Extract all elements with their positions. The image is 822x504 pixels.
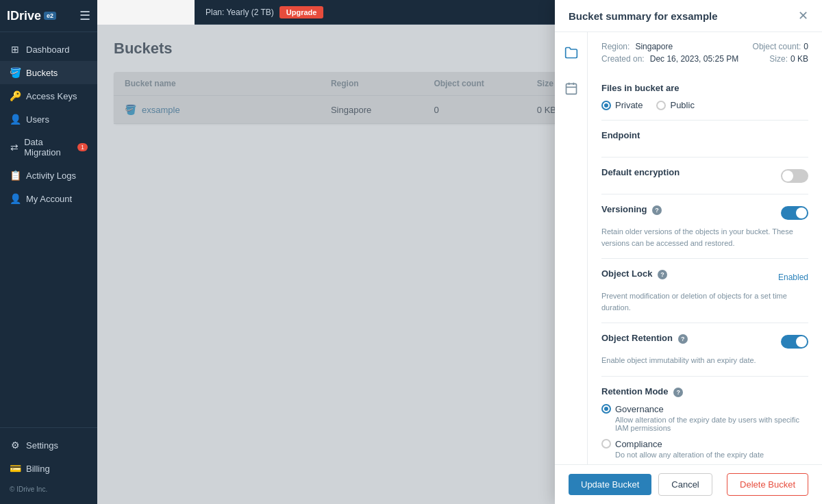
radio-public-label: Public (670, 100, 694, 110)
sidebar-item-settings[interactable]: ⚙ Settings (0, 433, 97, 457)
main-wrapper: Plan: Yearly (2 TB) Upgrade Buckets + Cr… (97, 0, 822, 504)
radio-private[interactable]: Private (601, 100, 643, 110)
dashboard-icon: ⊞ (10, 44, 21, 55)
sidebar-item-my-account[interactable]: 👤 My Account (0, 187, 97, 210)
versioning-help-icon[interactable]: ? (652, 205, 662, 215)
sidebar-item-buckets[interactable]: 🪣 Buckets (0, 61, 97, 84)
created-value: Dec 16, 2023, 05:25 PM (650, 54, 756, 64)
migration-icon: ⇄ (10, 142, 18, 153)
meta-section: Region: Singapore Object count: 0 Create… (601, 42, 808, 64)
files-section-title: Files in bucket are (601, 83, 808, 93)
radio-public[interactable]: Public (656, 100, 694, 110)
endpoint-section: Endpoint (601, 121, 808, 158)
logo-text: IDrive (7, 9, 41, 23)
panel-footer: Update Bucket Cancel Delete Bucket (555, 464, 822, 504)
object-lock-help-icon[interactable]: ? (658, 270, 667, 279)
panel-icons (555, 32, 588, 464)
upgrade-button[interactable]: Upgrade (279, 6, 324, 18)
key-icon: 🔑 (10, 90, 21, 101)
retention-mode-title: Retention Mode ? (601, 386, 808, 397)
account-icon: 👤 (10, 193, 21, 204)
sidebar-logo: IDrive e2 ☰ (0, 0, 97, 32)
versioning-toggle[interactable] (781, 206, 808, 220)
meta-region-row: Region: Singapore Object count: 0 (601, 42, 808, 51)
encryption-toggle-row: Default encryption (601, 167, 808, 184)
cancel-button[interactable]: Cancel (658, 473, 712, 496)
logs-icon: 📋 (10, 170, 21, 181)
region-label: Region: (601, 42, 630, 51)
sidebar-item-activity-logs[interactable]: 📋 Activity Logs (0, 164, 97, 187)
plan-text: Plan: Yearly (2 TB) (206, 8, 274, 17)
compliance-label: Compliance (615, 439, 662, 449)
sidebar-item-label: Activity Logs (26, 171, 76, 181)
object-lock-header: Object Lock ? Enabled (601, 268, 808, 286)
sidebar-item-access-keys[interactable]: 🔑 Access Keys (0, 84, 97, 108)
bucket-info-icon[interactable] (560, 42, 582, 64)
update-bucket-button[interactable]: Update Bucket (569, 474, 651, 495)
radio-private-circle (601, 101, 611, 110)
object-retention-desc: Enable object immutability with an expir… (601, 355, 808, 366)
meta-created-row: Created on: Dec 16, 2023, 05:25 PM Size:… (601, 54, 808, 64)
sidebar: IDrive e2 ☰ ⊞ Dashboard 🪣 Buckets 🔑 Acce… (0, 0, 97, 504)
sidebar-item-users[interactable]: 👤 Users (0, 108, 97, 131)
sidebar-item-billing[interactable]: 💳 Billing (0, 457, 97, 480)
sidebar-item-label: Buckets (26, 68, 58, 78)
versioning-title: Versioning ? (601, 204, 662, 215)
compliance-desc: Do not allow any alteration of the expir… (615, 451, 808, 459)
sidebar-nav: ⊞ Dashboard 🪣 Buckets 🔑 Access Keys 👤 Us… (0, 32, 97, 427)
governance-label: Governance (615, 404, 664, 414)
svg-rect-0 (566, 84, 576, 94)
sidebar-item-label: Access Keys (26, 91, 77, 101)
panel-body: Region: Singapore Object count: 0 Create… (555, 32, 822, 464)
panel-content-area: Region: Singapore Object count: 0 Create… (588, 32, 822, 464)
hamburger-icon[interactable]: ☰ (79, 8, 90, 23)
close-button[interactable]: ✕ (798, 10, 808, 22)
object-lock-desc: Prevent modification or deletion of obje… (601, 290, 808, 313)
sidebar-footer: © IDrive Inc. (0, 480, 97, 499)
governance-radio (601, 404, 611, 414)
sidebar-bottom: ⚙ Settings 💳 Billing © IDrive Inc. (0, 427, 97, 504)
e2-badge: e2 (44, 12, 56, 20)
object-lock-title: Object Lock ? (601, 268, 667, 279)
encryption-toggle[interactable] (781, 169, 808, 183)
retention-mode-help-icon[interactable]: ? (673, 388, 683, 397)
files-radio-group: Private Public (601, 100, 808, 110)
object-lock-section: Object Lock ? Enabled Prevent modificati… (601, 259, 808, 323)
buckets-icon: 🪣 (10, 67, 21, 78)
object-count-label: Object count: (753, 42, 801, 51)
object-retention-toggle[interactable] (781, 335, 808, 349)
bucket-summary-panel: Bucket summary for exsample ✕ (555, 0, 822, 504)
sidebar-item-label: Settings (26, 440, 58, 451)
object-lock-status: Enabled (778, 273, 808, 282)
sidebar-item-label: My Account (26, 194, 72, 204)
panel-header: Bucket summary for exsample ✕ (555, 0, 822, 32)
compliance-radio (601, 439, 611, 449)
compliance-option: Compliance Do not allow any alteration o… (601, 439, 808, 459)
settings-icon: ⚙ (10, 440, 21, 451)
delete-bucket-button[interactable]: Delete Bucket (727, 473, 808, 496)
encryption-title: Default encryption (601, 167, 680, 177)
sidebar-item-label: Billing (26, 464, 50, 474)
object-retention-section: Object Retention ? Enable object immutab… (601, 323, 808, 377)
user-icon: 👤 (10, 114, 21, 125)
files-section: Files in bucket are Private Public (601, 73, 808, 121)
sidebar-item-label: Dashboard (26, 45, 70, 55)
endpoint-title: Endpoint (601, 130, 808, 140)
object-count-value: 0 (804, 42, 808, 51)
object-retention-help-icon[interactable]: ? (678, 334, 688, 344)
bucket-calendar-icon[interactable] (560, 77, 582, 99)
size-value: 0 KB (790, 54, 808, 64)
region-value: Singapore (635, 42, 738, 51)
panel-title: Bucket summary for exsample (569, 10, 718, 22)
panel-main: Region: Singapore Object count: 0 Create… (555, 32, 822, 464)
default-encryption-section: Default encryption (601, 158, 808, 194)
created-label: Created on: (601, 54, 645, 64)
retention-mode-section: Retention Mode ? Governance Allow altera… (601, 377, 808, 465)
sidebar-item-dashboard[interactable]: ⊞ Dashboard (0, 38, 97, 61)
versioning-desc: Retain older versions of the objects in … (601, 226, 808, 249)
object-retention-title: Object Retention ? (601, 333, 688, 344)
governance-option: Governance Allow alteration of the expir… (601, 404, 808, 432)
migration-badge: 1 (77, 143, 88, 151)
governance-desc: Allow alteration of the expiry date by u… (615, 416, 808, 432)
sidebar-item-data-migration[interactable]: ⇄ Data Migration 1 (0, 131, 97, 164)
